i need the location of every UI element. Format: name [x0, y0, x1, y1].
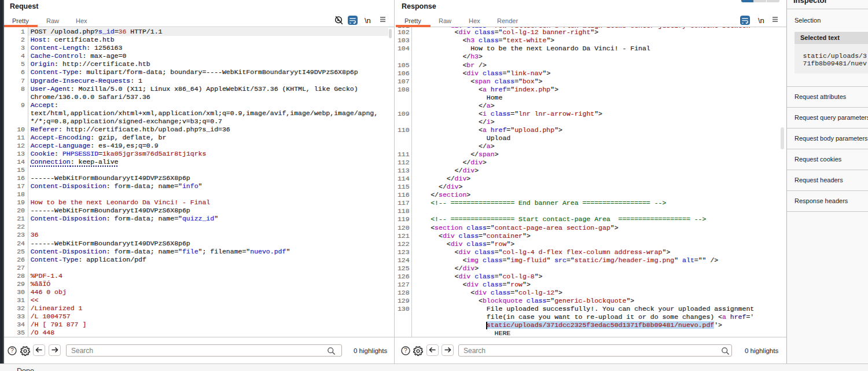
- svg-text:?: ?: [10, 347, 14, 354]
- svg-text:?: ?: [404, 347, 407, 354]
